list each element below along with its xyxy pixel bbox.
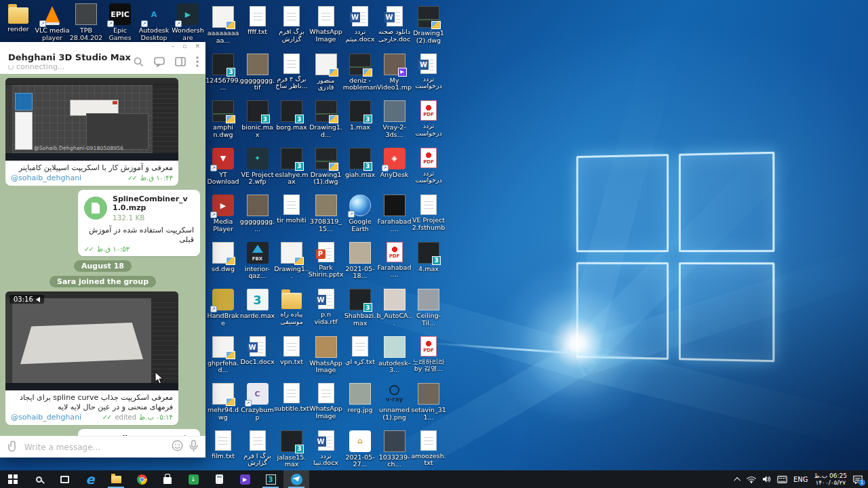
desktop-icon[interactable]: برگ ا فرم گزارش ناظر.tif	[241, 428, 275, 476]
desktop-icon[interactable]: کره ای.txt	[343, 334, 377, 382]
desktop-icon[interactable]: ghprfeha.d...	[206, 334, 240, 382]
icon-crazybump[interactable]: C Crazybump	[241, 381, 275, 428]
desktop-icon[interactable]: ▶ My Video1.mp4	[378, 52, 412, 99]
taskbar-file-explorer[interactable]	[103, 470, 129, 488]
maximize-button[interactable]: ▫	[182, 43, 186, 49]
desktop-icon[interactable]: setavin_311...	[412, 381, 446, 428]
desktop-icon[interactable]: Drawing1.d...	[309, 98, 343, 146]
icon-media-player[interactable]: ▶ Media Player	[206, 192, 240, 240]
desktop-icon[interactable]: PDF Farahabad....	[378, 240, 412, 287]
desktop-icon[interactable]: W دانلود صحنه خارجی.docx	[378, 4, 412, 52]
desktop-icon[interactable]: PDF 노래하리라 by 김영...	[412, 334, 446, 382]
desktop-icon[interactable]: 3 jalase15.max	[275, 428, 309, 476]
date-separator[interactable]: August 18	[74, 260, 132, 272]
sidebar-toggle-icon[interactable]	[175, 57, 186, 66]
desktop-icon[interactable]: WhatsApp Image 202c...	[309, 381, 343, 428]
desktop-icon[interactable]: 3 giah.max	[343, 146, 377, 193]
menu-icon[interactable]	[196, 56, 199, 67]
file-name[interactable]: spline_curve_control.mse	[113, 434, 194, 436]
taskbar-idm[interactable]: ↓	[180, 470, 206, 488]
search-icon[interactable]	[134, 57, 144, 67]
close-button[interactable]: ✕	[195, 43, 200, 49]
desktop-icon[interactable]: W تردد تیبا.docx	[309, 428, 343, 476]
taskbar-start-button[interactable]	[0, 470, 26, 488]
file-download-icon[interactable]	[84, 197, 107, 220]
desktop-icon[interactable]: ⌂ 2021-05-27...	[343, 428, 377, 476]
desktop-icon[interactable]: P Park Shirin.pptx	[309, 240, 343, 287]
video-message[interactable]: @Sohaib.Dehghani-09180508956	[5, 78, 178, 161]
desktop-icon[interactable]: FBX interior-qaz...	[241, 240, 275, 287]
taskbar-3ds-max[interactable]: 3	[258, 470, 283, 488]
icon-handbrake[interactable]: HandBrake	[206, 287, 240, 334]
icon-filmora[interactable]: ▶ Wondershare Filmora	[171, 1, 205, 42]
desktop-icon[interactable]: منصور قادری 1.dwg	[309, 52, 343, 99]
icon-yt-downloader[interactable]: ▼ YT Downloader	[206, 146, 240, 193]
desktop-icon[interactable]: W Doc1.docx	[241, 334, 275, 382]
desktop-icon[interactable]: v-ray unnamed (1).png	[378, 381, 412, 428]
desktop-icon[interactable]: VE Project 2.fsthumb	[412, 192, 446, 240]
desktop-icon[interactable]: tir mohiti	[275, 192, 309, 240]
desktop-icon[interactable]: Vray-2-3ds...	[378, 98, 412, 146]
desktop-icon[interactable]: b_AutoCA...	[378, 287, 412, 334]
mention-link[interactable]: @sohaib_dehghani	[11, 174, 81, 182]
desktop-icon[interactable]: subtitle.txt	[275, 381, 309, 428]
desktop-icon[interactable]: 2021-05-18...	[343, 240, 377, 287]
desktop-icon[interactable]: 1033239-ch...	[378, 428, 412, 476]
taskbar-chrome[interactable]	[129, 470, 155, 488]
file-message[interactable]: SplineCombiner_v1.0.mzp 132.1 KB اسکریپت…	[78, 190, 200, 256]
desktop-icon[interactable]: amoozesh.txt	[412, 428, 446, 476]
emoji-icon[interactable]	[172, 440, 183, 454]
icon-autodesk[interactable]: A Autodesk Desktop App	[137, 1, 171, 42]
microphone-icon[interactable]	[189, 440, 199, 455]
desktop-icon[interactable]: PDF تردد درخواست تیبا.pdf	[412, 98, 446, 146]
desktop-icon[interactable]: 3 12456799....	[206, 52, 240, 99]
desktop-icon[interactable]: vpn.txt	[275, 334, 309, 382]
desktop-icon[interactable]: aaaaaaaaaa...	[206, 4, 240, 52]
desktop-icon[interactable]: mehr94.dwg	[206, 381, 240, 428]
taskbar-calculator[interactable]	[206, 470, 232, 488]
desktop-icon[interactable]: 3 1.max	[343, 98, 377, 146]
icon-anydesk[interactable]: ◈ AnyDesk	[378, 146, 412, 193]
desktop-icon[interactable]: 3 bionic.max	[241, 98, 275, 146]
desktop-icon[interactable]: پیاده راه موسیقی	[275, 287, 309, 334]
desktop-icon[interactable]: Ceiling-Til...	[412, 287, 446, 334]
desktop-icon[interactable]: W p.n vida.rtf	[309, 287, 343, 334]
desktop-icon[interactable]: WhatsApp Image 2021...	[309, 334, 343, 382]
attach-icon[interactable]	[7, 440, 19, 455]
desktop-icon[interactable]: ffff.txt	[241, 4, 275, 52]
taskbar-edge[interactable]: e	[77, 470, 103, 488]
desktop-icon[interactable]: ✦ VE Project 2.wfp	[241, 146, 275, 193]
desktop-icon[interactable]: Farahabad....	[378, 192, 412, 240]
mention-link[interactable]: @sohaib_dehghani	[11, 413, 81, 422]
desktop-icon[interactable]: rerg.jpg	[343, 381, 377, 428]
icon-google-earth[interactable]: Google Earth	[343, 192, 377, 240]
taskbar-search-button[interactable]	[26, 470, 52, 488]
discussion-icon[interactable]	[154, 57, 165, 67]
video-thumbnail[interactable]: 03:16	[5, 291, 178, 390]
taskbar-media-player[interactable]: ▶	[232, 470, 258, 488]
taskbar-telegram[interactable]	[283, 470, 309, 488]
desktop-icon[interactable]: Drawing1...	[275, 240, 309, 287]
action-center-icon[interactable]: 1	[853, 475, 863, 484]
desktop-icon[interactable]: 3 eslahye.max	[275, 146, 309, 193]
window-titlebar[interactable]: – ▫ ✕	[0, 42, 205, 51]
volume-icon[interactable]	[762, 475, 771, 483]
desktop-icon[interactable]: PDF تردد درخواست ۲.pdf	[412, 146, 446, 193]
desktop-icon[interactable]: sd.dwg	[206, 240, 240, 287]
desktop-icon[interactable]: W تردد درخواست تیبا.docx	[412, 52, 446, 99]
video-thumbnail[interactable]: @Sohaib.Dehghani-09180508956	[5, 78, 178, 161]
desktop-icon[interactable]: amphi n.dwg	[206, 98, 240, 146]
video-message[interactable]: 03:16	[5, 291, 178, 390]
icon-tpb[interactable]: TPB 28.04.2021	[69, 1, 103, 42]
desktop-icon[interactable]: deniz - mobleman...	[343, 52, 377, 99]
desktop-icon[interactable]: gggggggg....	[241, 192, 275, 240]
desktop-icon[interactable]: 3 Shahbazi.max	[343, 287, 377, 334]
icon-vlc[interactable]: VLC media player	[35, 1, 69, 42]
desktop-icon[interactable]: film.txt	[206, 428, 240, 476]
minimize-button[interactable]: –	[172, 43, 175, 49]
icon-epic[interactable]: EPIC Epic Games Launcher	[103, 1, 137, 42]
touch-keyboard-icon[interactable]	[777, 476, 787, 483]
desktop-icon[interactable]: برگ آفرم گزارش ناظر.tif	[275, 4, 309, 52]
desktop-icon[interactable]: 3 borg.max	[275, 98, 309, 146]
taskbar-clock[interactable]: 06:25 ب.ظ ۱۴۰۰/۰۵/۲۷	[814, 472, 847, 486]
